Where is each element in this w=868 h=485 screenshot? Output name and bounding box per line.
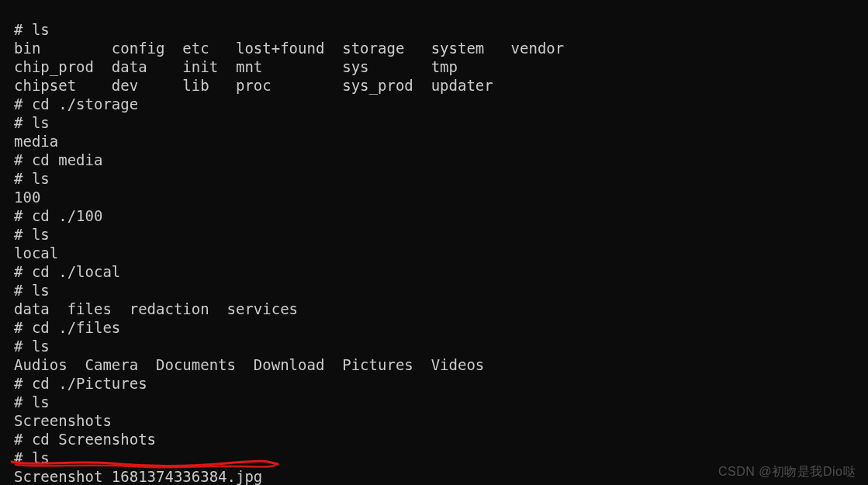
terminal-line: media [14, 133, 58, 150]
terminal-line: # cd ./Pictures [14, 375, 147, 392]
terminal-line: # cd ./files [14, 319, 120, 336]
terminal-line: 100 [14, 189, 40, 206]
terminal-output[interactable]: # ls bin config etc lost+found storage s… [0, 0, 868, 485]
terminal-line: # cd ./storage [14, 95, 138, 113]
terminal-line: # ls [14, 21, 50, 38]
terminal-line: # cd media [14, 151, 102, 168]
terminal-line: local [14, 244, 58, 262]
terminal-line: Audios Camera Documents Download Picture… [14, 356, 484, 373]
terminal-line: # cd ./local [14, 263, 120, 280]
terminal-line: chip_prod data init mnt sys tmp [14, 58, 458, 75]
terminal-line: # ls [14, 114, 50, 131]
terminal-line: data files redaction services [14, 300, 298, 317]
terminal-line: # ls [14, 449, 50, 466]
terminal-line: # cd Screenshots [14, 431, 156, 448]
terminal-line: # ls [14, 393, 50, 411]
terminal-line: # ls [14, 282, 50, 299]
terminal-line: Screenshot_1681374336384.jpg [14, 468, 262, 485]
terminal-line: # ls [14, 338, 50, 355]
terminal-line: chipset dev lib proc sys_prod updater [14, 77, 493, 94]
terminal-line: Screenshots [14, 412, 112, 429]
terminal-line: # cd ./100 [14, 207, 102, 224]
terminal-line: bin config etc lost+found storage system… [14, 40, 564, 57]
terminal-line: # ls [14, 226, 50, 243]
terminal-line: # ls [14, 170, 50, 187]
